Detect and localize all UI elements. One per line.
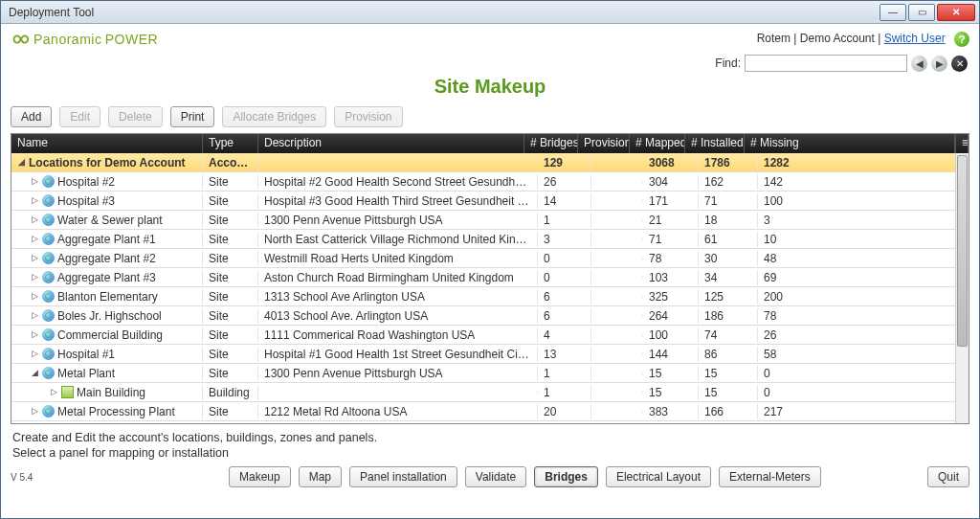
cell-desc: North East Catterick Village Richmond Un… <box>258 232 538 247</box>
cell-desc: 4013 School Ave. Arlington USA <box>258 308 538 324</box>
print-button[interactable]: Print <box>170 106 215 127</box>
panel-installation-button[interactable]: Panel installation <box>349 466 457 487</box>
cell-installed: 125 <box>699 289 758 305</box>
table-row[interactable]: ▷Boles Jr. HighschoolSite4013 School Ave… <box>11 306 969 326</box>
cell-mapped: 325 <box>643 289 699 305</box>
cell-type: Site <box>203 308 258 324</box>
maximize-button[interactable]: ▭ <box>908 4 935 21</box>
row-name: Hospital #1 <box>57 348 115 361</box>
find-input[interactable] <box>745 55 907 72</box>
provision-button[interactable]: Provision <box>334 106 402 127</box>
col-provision[interactable]: Provision <box>578 134 630 153</box>
quit-button[interactable]: Quit <box>927 466 969 487</box>
bridges-button[interactable]: Bridges <box>534 466 598 487</box>
col-type[interactable]: Type <box>203 134 258 153</box>
brand-name: Panoramic <box>33 32 101 47</box>
help-icon[interactable]: ? <box>954 32 969 47</box>
expand-icon[interactable]: ▷ <box>31 407 39 416</box>
table-row[interactable]: ▷Aggregate Plant #3SiteAston Church Road… <box>11 268 969 287</box>
table-row[interactable]: ▷Hospital #3Site Hospital #3 Good Health… <box>11 192 969 211</box>
switch-user-link[interactable]: Switch User <box>884 32 946 45</box>
table-row[interactable]: ▷Aggregate Plant #1SiteNorth East Catter… <box>11 230 969 249</box>
row-name: Hospital #2 <box>57 175 115 189</box>
expand-icon[interactable]: ▷ <box>31 254 39 262</box>
cell-missing: 0 <box>758 366 969 381</box>
expand-icon[interactable]: ▷ <box>31 196 39 205</box>
find-prev-button[interactable]: ◀ <box>911 56 927 72</box>
table-row[interactable]: ▷Water & Sewer plantSite1300 Penn Avenue… <box>11 211 969 230</box>
expand-icon[interactable]: ▷ <box>31 350 39 358</box>
makeup-button[interactable]: Makeup <box>229 466 291 487</box>
page-title: Site Makeup <box>1 76 979 101</box>
validate-button[interactable]: Validate <box>465 466 526 487</box>
col-installed[interactable]: # Installed <box>685 134 745 153</box>
scrollbar-thumb[interactable] <box>957 155 968 347</box>
brand-sub: POWER <box>105 32 158 47</box>
delete-button[interactable]: Delete <box>108 106 163 127</box>
row-name: Main Building <box>77 386 145 399</box>
cell-missing: 10 <box>758 232 969 247</box>
electrical-layout-button[interactable]: Electrical Layout <box>606 466 711 487</box>
minimize-button[interactable]: — <box>880 4 906 21</box>
cell-bridges: 1 <box>538 213 591 228</box>
external-meters-button[interactable]: External-Meters <box>719 466 821 487</box>
expand-icon[interactable]: ▷ <box>31 330 39 339</box>
expand-icon[interactable]: ▷ <box>31 177 39 186</box>
cell-installed: 166 <box>699 404 758 419</box>
row-name: Water & Sewer plant <box>57 214 163 227</box>
cell-provision <box>591 334 643 336</box>
collapse-icon[interactable]: ◢ <box>17 158 26 167</box>
help-line-1: Create and Edit the account's locations,… <box>12 430 968 445</box>
expand-icon[interactable]: ◢ <box>31 369 39 377</box>
table-row[interactable]: ▷Main BuildingBuilding115150 <box>11 383 969 402</box>
close-button[interactable]: ✕ <box>937 4 975 21</box>
user-name: Rotem <box>757 32 791 45</box>
globe-icon <box>42 271 55 283</box>
row-name: Blanton Elementary <box>57 290 158 304</box>
account-row[interactable]: ◢Locations for Demo Account Account 129 … <box>11 153 969 172</box>
find-clear-button[interactable]: ✕ <box>951 56 968 72</box>
col-bridges[interactable]: # Bridges <box>524 134 578 153</box>
expand-icon[interactable]: ▷ <box>31 235 39 243</box>
col-menu-icon[interactable]: ≡ <box>955 134 969 153</box>
cell-installed: 15 <box>699 385 758 400</box>
col-name[interactable]: Name <box>11 134 203 153</box>
find-next-button[interactable]: ▶ <box>931 56 947 72</box>
cell-provision <box>591 296 643 298</box>
table-row[interactable]: ◢Metal PlantSite1300 Penn Avenue Pittsbu… <box>11 364 969 383</box>
add-button[interactable]: Add <box>11 106 52 127</box>
table-row[interactable]: ▷Commercial BuildingSite1111 Commerical … <box>11 326 969 345</box>
cell-missing: 142 <box>758 174 969 190</box>
cell-installed: 18 <box>699 213 758 228</box>
cell-bridges: 6 <box>538 289 591 305</box>
cell-bridges: 26 <box>538 174 591 190</box>
cell-missing: 78 <box>758 308 969 324</box>
table-row[interactable]: ▷Aggregate Plant #2SiteWestmill Road Her… <box>11 249 969 268</box>
cell-mapped: 383 <box>643 404 699 419</box>
table-row[interactable]: ▷Metal Processing PlantSite1212 Metal Rd… <box>11 402 969 421</box>
cell-mapped: 304 <box>643 174 699 190</box>
cell-missing: 217 <box>758 404 969 419</box>
globe-icon <box>42 252 55 264</box>
map-button[interactable]: Map <box>299 466 342 487</box>
col-missing[interactable]: # Missing <box>745 134 955 153</box>
cell-mapped: 71 <box>643 232 699 247</box>
cell-provision <box>591 219 643 221</box>
col-mapped[interactable]: # Mapped <box>630 134 685 153</box>
vertical-scrollbar[interactable] <box>955 153 969 423</box>
edit-button[interactable]: Edit <box>59 106 100 127</box>
table-row[interactable]: ▷Blanton ElementarySite1313 School Ave A… <box>11 287 969 306</box>
cell-desc: 1212 Metal Rd Altoona USA <box>258 404 538 419</box>
table-row[interactable]: ▷Hospital #2Site Hospital #2 Good Health… <box>11 172 969 192</box>
expand-icon[interactable]: ▷ <box>31 215 39 224</box>
cell-mapped: 264 <box>643 308 699 324</box>
cell-missing: 200 <box>758 289 969 305</box>
col-description[interactable]: Description <box>258 134 524 153</box>
expand-icon[interactable]: ▷ <box>50 388 58 396</box>
expand-icon[interactable]: ▷ <box>31 311 39 320</box>
table-row[interactable]: ▷Hospital #1Site Hospital #1 Good Health… <box>11 345 969 364</box>
expand-icon[interactable]: ▷ <box>31 273 39 282</box>
cell-desc <box>258 392 538 394</box>
allocate-bridges-button[interactable]: Allocate Bridges <box>222 106 326 127</box>
expand-icon[interactable]: ▷ <box>31 292 39 301</box>
